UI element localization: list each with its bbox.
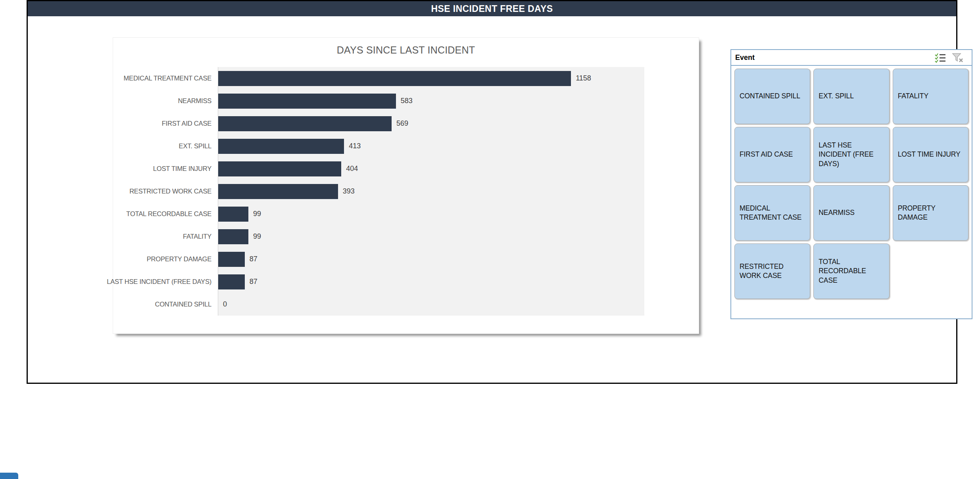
category-label: LAST HSE INCIDENT (FREE DAYS) [113, 270, 218, 293]
slicer-item-ext-spill[interactable]: EXT. SPILL [813, 69, 889, 124]
bar-zone: 1158 [218, 67, 644, 90]
dashboard-frame: HSE INCIDENT FREE DAYS DAYS SINCE LAST I… [27, 0, 957, 384]
bar [218, 207, 248, 222]
dashboard-root: HSE INCIDENT FREE DAYS DAYS SINCE LAST I… [0, 0, 980, 479]
bar-value-label: 569 [396, 112, 408, 135]
slicer-item-medical-treatment-case[interactable]: MEDICAL TREATMENT CASE [734, 185, 810, 241]
slicer-item-first-aid-case[interactable]: FIRST AID CASE [734, 127, 810, 182]
bar [218, 139, 344, 154]
bar-zone: 393 [218, 180, 644, 203]
category-label: TOTAL RECORDABLE CASE [113, 203, 218, 225]
bar-value-label: 99 [253, 203, 261, 225]
category-label: FIRST AID CASE [113, 112, 218, 135]
bar [218, 229, 248, 244]
slicer-item-property-damage[interactable]: PROPERTY DAMAGE [893, 185, 968, 241]
bar [218, 184, 338, 199]
category-label: EXT. SPILL [113, 135, 218, 157]
event-slicer-header: Event [731, 50, 972, 65]
chart-row: MEDICAL TREATMENT CASE1158 [113, 67, 644, 90]
chart-row: LAST HSE INCIDENT (FREE DAYS)87 [113, 270, 644, 293]
chart-row: LOST TIME INJURY404 [113, 157, 644, 180]
category-label: PROPERTY DAMAGE [113, 248, 218, 270]
slicer-item-fatality[interactable]: FATALITY [893, 69, 968, 124]
clear-filter-icon[interactable] [952, 53, 964, 63]
bar [218, 116, 392, 131]
bar-zone: 583 [218, 90, 644, 112]
bar [218, 274, 245, 289]
category-label: NEARMISS [113, 90, 218, 112]
bar-zone: 99 [218, 225, 644, 248]
bar-zone: 87 [218, 270, 644, 293]
slicer-item-contained-spill[interactable]: CONTAINED SPILL [734, 69, 810, 124]
bar-zone: 413 [218, 135, 644, 157]
slicer-item-total-recordable-case[interactable]: TOTAL RECORDABLE CASE [813, 243, 889, 299]
bar-value-label: 87 [250, 248, 257, 270]
bar [218, 94, 396, 109]
category-label: LOST TIME INJURY [113, 157, 218, 180]
multi-select-icon[interactable] [934, 53, 946, 63]
chart-title: DAYS SINCE LAST INCIDENT [113, 44, 699, 56]
bar [218, 161, 341, 176]
chart-row: FATALITY99 [113, 225, 644, 248]
event-slicer: Event [730, 49, 972, 319]
slicer-item-restricted-work-case[interactable]: RESTRICTED WORK CASE [734, 243, 810, 299]
chart-row: CONTAINED SPILL0 [113, 293, 644, 316]
bar-value-label: 1158 [576, 67, 591, 90]
bar-zone: 404 [218, 157, 644, 180]
bar-value-label: 87 [250, 270, 257, 293]
bar-zone: 99 [218, 203, 644, 225]
dashboard-title: HSE INCIDENT FREE DAYS [431, 4, 553, 14]
bar-zone: 0 [218, 293, 644, 316]
chart-row: NEARMISS583 [113, 90, 644, 112]
bar-value-label: 99 [253, 225, 261, 248]
slicer-item-lost-time-injury[interactable]: LOST TIME INJURY [893, 127, 968, 182]
slicer-button-grid: CONTAINED SPILLEXT. SPILLFATALITYFIRST A… [734, 69, 968, 299]
event-slicer-title: Event [735, 50, 755, 65]
bar [218, 252, 245, 267]
chart-row: PROPERTY DAMAGE87 [113, 248, 644, 270]
slicer-item-nearmiss[interactable]: NEARMISS [813, 185, 889, 241]
bar-zone: 569 [218, 112, 644, 135]
bottom-left-window-fragment [0, 473, 18, 479]
bar [218, 71, 571, 86]
category-label: MEDICAL TREATMENT CASE [113, 67, 218, 90]
chart-card: DAYS SINCE LAST INCIDENT MEDICAL TREATME… [113, 37, 699, 334]
category-label: CONTAINED SPILL [113, 293, 218, 316]
chart-row: FIRST AID CASE569 [113, 112, 644, 135]
bar-value-label: 393 [343, 180, 355, 203]
dashboard-title-bar: HSE INCIDENT FREE DAYS [28, 1, 956, 16]
bar-value-label: 0 [223, 293, 227, 316]
category-label: RESTRICTED WORK CASE [113, 180, 218, 203]
category-label: FATALITY [113, 225, 218, 248]
bar-zone: 87 [218, 248, 644, 270]
bar-value-label: 404 [346, 157, 358, 180]
bar-value-label: 583 [401, 90, 413, 112]
bar-value-label: 413 [349, 135, 361, 157]
slicer-header-divider [731, 65, 972, 66]
chart-rows: MEDICAL TREATMENT CASE1158NEARMISS583FIR… [113, 67, 644, 316]
chart-row: RESTRICTED WORK CASE393 [113, 180, 644, 203]
chart-row: EXT. SPILL413 [113, 135, 644, 157]
chart-row: TOTAL RECORDABLE CASE99 [113, 203, 644, 225]
slicer-item-last-hse-incident-free-days[interactable]: LAST HSE INCIDENT (FREE DAYS) [813, 127, 889, 182]
